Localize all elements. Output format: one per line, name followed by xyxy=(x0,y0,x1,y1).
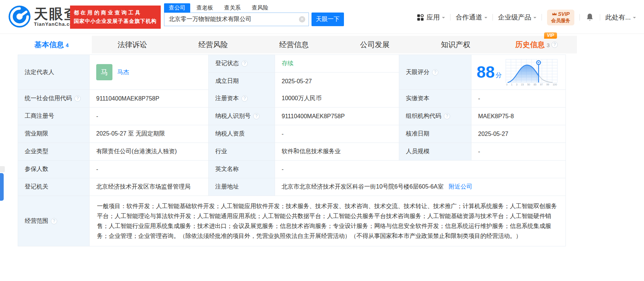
table-row: 统一社会信用代码? 91110400MAEK8P758P 注册资本? 10000… xyxy=(18,90,565,108)
company-type-value: 有限责任公司(台港澳法人独资) xyxy=(90,143,209,160)
search-tab-risk[interactable]: 查风险 xyxy=(252,3,268,13)
nav-apps-label: 应用 xyxy=(427,13,440,22)
org-code-label: 组织机构代码? xyxy=(399,108,471,125)
score-value[interactable]: 88 分 xyxy=(471,55,565,89)
search-tab-relation[interactable]: 查关系 xyxy=(224,3,241,13)
taxpayer-quality-value: - xyxy=(275,125,399,143)
org-code-value: MAEK8P75-8 xyxy=(471,108,565,125)
help-icon[interactable]: ? xyxy=(432,69,438,75)
tianyancha-logo-icon xyxy=(8,5,31,28)
help-icon[interactable]: ? xyxy=(444,113,450,119)
user-account-menu[interactable]: 此处有... xyxy=(605,13,636,22)
score-label: 天眼评分 ? xyxy=(399,55,471,89)
search-tab-boss[interactable]: 查老板 xyxy=(196,3,213,13)
basic-info-table: 法定代表人 马 马杰 登记状态 ? 存续 成立日期 202 xyxy=(18,55,566,246)
tianyancha-logo[interactable]: 天眼查 TianYanCha.com xyxy=(8,5,79,28)
slogan-line1: 都在用的商业查询工具 xyxy=(74,10,157,16)
english-name-value: - xyxy=(275,161,565,178)
address-text: 北京市北京经济技术开发区科谷一街10号院6号楼6层605-6A室 xyxy=(282,183,443,191)
crown-icon xyxy=(552,12,557,16)
help-icon[interactable]: ? xyxy=(74,95,81,102)
staff-size-label: 人员规模 xyxy=(399,143,471,160)
paid-capital-label: 实缴资本 xyxy=(399,90,471,107)
score-axis-labels: 0131550859799100 xyxy=(505,83,558,86)
help-icon[interactable]: ? xyxy=(51,218,57,224)
company-type-label: 企业类型 xyxy=(18,143,90,160)
tab-operating-risk[interactable]: 经营风险 xyxy=(173,36,254,53)
divider xyxy=(542,14,542,21)
nearby-companies-link[interactable]: 附近公司 xyxy=(449,183,472,191)
est-date-label: 成立日期 xyxy=(209,73,275,90)
reg-authority-label: 登记机关 xyxy=(18,178,90,196)
help-icon[interactable]: ? xyxy=(551,42,558,48)
table-row: 参保人数 - 英文名称 - xyxy=(18,161,565,178)
search-input[interactable] xyxy=(164,13,309,26)
industry-value: 软件和信息技术服务业 xyxy=(275,143,399,160)
insured-count-label: 参保人数 xyxy=(18,161,90,178)
staff-size-value: - xyxy=(471,143,565,160)
notification-bell-icon[interactable] xyxy=(586,13,594,22)
tab-count: 3 xyxy=(547,42,550,48)
score-bell-curve-chart xyxy=(505,59,558,83)
tab-label: 基本信息 xyxy=(34,40,64,50)
svip-label: SVIP xyxy=(558,11,570,17)
apps-grid-icon xyxy=(417,14,424,21)
search-tabs: 查公司 查老板 查关系 查风险 xyxy=(164,3,344,13)
business-scope-label: 经营范围? xyxy=(18,196,90,246)
brand-slogan: 都在用的商业查询工具 国家中小企业发展子基金旗下机构 xyxy=(70,6,161,29)
legal-rep-link[interactable]: 马杰 xyxy=(117,69,129,76)
business-term-label: 营业期限 xyxy=(18,125,90,143)
tab-label: 经营信息 xyxy=(279,40,309,50)
score-number: 88 xyxy=(477,64,495,80)
table-row: 营业期限 2025-05-27 至 无固定期限 纳税人资质 - 核准日期 202… xyxy=(18,125,565,143)
tab-company-development[interactable]: 公司发展 xyxy=(334,36,415,53)
chevron-down-icon xyxy=(533,17,536,20)
help-icon[interactable]: ? xyxy=(253,113,260,119)
vip-badge: VIP xyxy=(544,32,557,39)
tab-intellectual-property[interactable]: 知识产权 xyxy=(415,36,496,53)
collapsed-panel-handle[interactable] xyxy=(0,166,5,172)
nav-enterprise-label: 企业级产品 xyxy=(498,13,531,22)
legal-rep-label: 法定代表人 xyxy=(18,55,90,89)
avatar[interactable]: 马 xyxy=(96,64,112,80)
score-chart: 0131550859799100 xyxy=(505,59,558,86)
tab-legal-proceedings[interactable]: 法律诉讼 xyxy=(92,36,173,53)
nav-enterprise-products[interactable]: 企业级产品 xyxy=(498,13,536,22)
reg-address-label: 注册地址 xyxy=(209,178,275,196)
nav-apps[interactable]: 应用 xyxy=(417,13,445,22)
insured-count-value: - xyxy=(90,161,209,178)
tab-basic-info[interactable]: 基本信息 4 xyxy=(11,36,92,53)
svip-sublabel: 会员服务 xyxy=(551,17,570,24)
industry-label: 行业 xyxy=(209,143,275,160)
paid-capital-value: - xyxy=(471,90,565,107)
divider xyxy=(600,14,600,21)
feedback-side-widget[interactable] xyxy=(0,173,4,201)
slogan-line2: 国家中小企业发展子基金旗下机构 xyxy=(74,18,157,25)
help-icon[interactable]: ? xyxy=(241,95,248,102)
divider xyxy=(492,14,493,21)
tab-count: 4 xyxy=(66,42,69,48)
nav-cooperation[interactable]: 合作通道 xyxy=(456,13,487,22)
search-block: 查公司 查老板 查关系 查风险 ✕ 天眼一下 xyxy=(164,3,344,26)
tab-label: 公司发展 xyxy=(360,40,390,50)
divider xyxy=(450,14,450,21)
clear-search-icon[interactable]: ✕ xyxy=(299,16,305,22)
table-row: 登记机关 北京经济技术开发区市场监督管理局 注册地址 北京市北京经济技术开发区科… xyxy=(18,178,565,196)
help-icon[interactable]: ? xyxy=(241,60,248,67)
business-scope-value: 一般项目：软件开发；人工智能基础软件开发；人工智能应用软件开发；技术服务、技术开… xyxy=(90,196,565,246)
taxpayer-quality-label: 纳税人资质 xyxy=(209,125,275,143)
reg-number-value: - xyxy=(90,108,209,125)
reg-address-value: 北京市北京经济技术开发区科谷一街10号院6号楼6层605-6A室 附近公司 xyxy=(275,178,565,196)
tab-history-info[interactable]: VIP 历史信息 3 ? xyxy=(496,36,577,53)
table-row: 企业类型 有限责任公司(台港澳法人独资) 行业 软件和信息技术服务业 人员规模 … xyxy=(18,143,565,161)
search-button[interactable]: 天眼一下 xyxy=(311,13,344,26)
status-date-column: 登记状态 ? 存续 成立日期 2025-05-27 xyxy=(209,55,399,89)
svip-member-badge[interactable]: SVIP 会员服务 xyxy=(547,10,574,25)
search-tab-company[interactable]: 查公司 xyxy=(164,3,190,13)
chevron-down-icon xyxy=(484,17,487,20)
reg-capital-value: 10000万人民币 xyxy=(275,90,399,107)
top-header: 天眼查 TianYanCha.com 都在用的商业查询工具 国家中小企业发展子基… xyxy=(0,0,644,34)
tab-business-info[interactable]: 经营信息 xyxy=(254,36,334,53)
score-unit: 分 xyxy=(495,71,502,80)
reg-number-label: 工商注册号 xyxy=(18,108,90,125)
